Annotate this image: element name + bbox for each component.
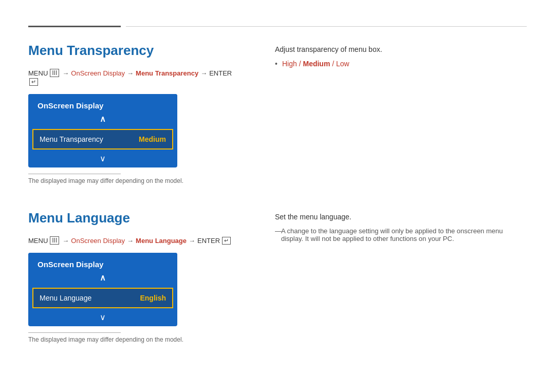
menu-icon-language: III: [50, 236, 59, 245]
breadcrumb-onscreen-link: OnScreen Display: [71, 69, 125, 77]
menu-box-transparency: OnScreen Display Menu Transparency Mediu…: [28, 94, 177, 167]
top-divider-right: [126, 26, 527, 27]
item-label-language: Menu Language: [40, 294, 91, 302]
option-high: High: [282, 60, 297, 68]
arrow-lang1: →: [62, 237, 69, 245]
info-note-language: A change to the language setting will on…: [275, 227, 527, 242]
menu-box-item-language: Menu Language English: [32, 288, 173, 308]
chevron-up-language: [38, 272, 168, 284]
section-right-transparency: Adjust transparency of menu box. High / …: [234, 43, 527, 184]
menu-box-header-transparency: OnScreen Display: [28, 94, 177, 129]
option-sep2: /: [332, 60, 336, 68]
section-divider-transparency: [28, 174, 121, 174]
section-left-transparency: Menu Transparency MENU III → OnScreen Di…: [28, 43, 234, 184]
menu-box-title-language: OnScreen Display: [38, 260, 103, 269]
enter-icon-language: ↵: [222, 237, 231, 245]
breadcrumb-active-language: Menu Language: [136, 237, 187, 245]
arrow-lang2: →: [127, 237, 134, 245]
section-right-language: Set the menu language. A change to the l…: [234, 210, 527, 343]
description-language: Set the menu language.: [275, 213, 527, 221]
option-low: Low: [336, 60, 349, 68]
arrow1: →: [62, 69, 69, 77]
breadcrumb-menu-label: MENU: [28, 69, 48, 77]
item-value-language: English: [140, 294, 166, 302]
menu-box-item-transparency: Menu Transparency Medium: [32, 129, 173, 150]
note-text-transparency: The displayed image may differ depending…: [28, 177, 234, 184]
chevron-up-transparency: [38, 113, 168, 125]
chevron-down-language: [28, 308, 177, 326]
chevron-down-icon-lang: [100, 312, 106, 322]
top-divider-left: [28, 26, 121, 27]
section-menu-language: Menu Language MENU III → OnScreen Displa…: [28, 210, 527, 343]
section-menu-transparency: Menu Transparency MENU III → OnScreen Di…: [28, 43, 527, 184]
chevron-up-icon-lang: [100, 273, 106, 283]
section-title-language: Menu Language: [28, 210, 234, 226]
menu-box-language: OnScreen Display Menu Language English: [28, 253, 177, 326]
breadcrumb-onscreen-link-lang: OnScreen Display: [71, 237, 125, 245]
menu-box-title-transparency: OnScreen Display: [38, 101, 103, 110]
breadcrumb-enter-label: ENTER: [209, 69, 232, 77]
item-label-transparency: Menu Transparency: [40, 135, 103, 143]
options-item-transparency: High / Medium / Low: [275, 60, 527, 68]
section-left-language: Menu Language MENU III → OnScreen Displa…: [28, 210, 234, 343]
breadcrumb-active-transparency: Menu Transparency: [136, 69, 198, 77]
note-text-language: The displayed image may differ depending…: [28, 336, 234, 343]
section-divider-language: [28, 332, 121, 333]
arrow-lang3: →: [189, 237, 195, 245]
breadcrumb-enter-label-lang: ENTER: [197, 237, 220, 245]
option-medium: Medium: [303, 60, 330, 68]
enter-icon-transparency: ↵: [29, 78, 38, 86]
section-title-transparency: Menu Transparency: [28, 43, 234, 59]
item-value-transparency: Medium: [139, 135, 166, 143]
breadcrumb-menu-label-lang: MENU: [28, 237, 48, 245]
breadcrumb-language: MENU III → OnScreen Display → Menu Langu…: [28, 236, 234, 245]
arrow3: →: [200, 69, 207, 77]
breadcrumb-transparency: MENU III → OnScreen Display → Menu Trans…: [28, 69, 234, 86]
menu-icon-transparency: III: [50, 69, 59, 77]
chevron-down-transparency: [28, 150, 177, 167]
top-divider: [28, 26, 527, 27]
arrow2: →: [127, 69, 134, 77]
chevron-up-icon: [100, 114, 106, 124]
options-highlight-transparency: High / Medium / Low: [282, 60, 349, 68]
chevron-down-icon: [100, 154, 106, 163]
options-list-transparency: High / Medium / Low: [275, 60, 527, 68]
description-transparency: Adjust transparency of menu box.: [275, 45, 527, 53]
menu-box-header-language: OnScreen Display: [28, 253, 177, 288]
